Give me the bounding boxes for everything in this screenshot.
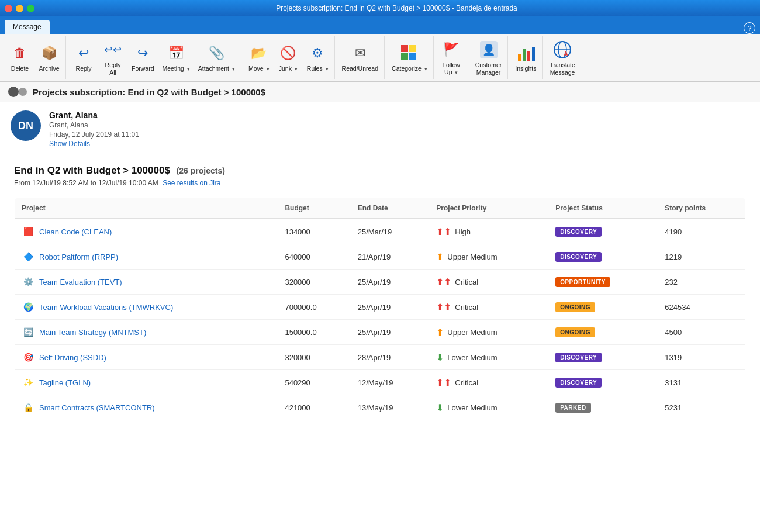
jira-link[interactable]: See results on Jira [163, 179, 220, 187]
cell-priority-1: ⬆ Upper Medium [429, 244, 548, 270]
reply-all-label: ReplyAll [105, 61, 121, 76]
ribbon-group-translate: A TranslateMessage [544, 36, 581, 79]
cell-status-2: OPPORTUNITY [548, 270, 658, 295]
project-name-2[interactable]: ⚙️ Team Evaluation (TEVT) [22, 275, 271, 288]
tabbar: Message ? [0, 16, 760, 34]
table-row: 🔄 Main Team Strategy (MNTMST) 150000.0 2… [15, 320, 746, 345]
cell-story-points-2: 232 [658, 270, 745, 295]
cell-story-points-1: 1219 [658, 244, 745, 270]
reply-button[interactable]: ↩ Reply [70, 40, 98, 75]
categorize-button[interactable]: Categorize ▾ [388, 40, 431, 75]
cell-status-0: DISCOVERY [548, 219, 658, 244]
cell-priority-7: ⬇ Lower Medium [429, 395, 548, 420]
ribbon-group-categorize: Categorize ▾ [386, 36, 434, 79]
cell-status-3: ONGOING [548, 295, 658, 320]
cell-project-5: 🎯 Self Driving (SSDD) [15, 345, 278, 370]
subject-icon [8, 87, 27, 97]
project-name-5[interactable]: 🎯 Self Driving (SSDD) [22, 351, 271, 364]
email-subheading: From 12/Jul/19 8:52 AM to 12/Jul/19 10:0… [14, 179, 746, 187]
move-icon: 📂 [248, 43, 270, 64]
project-count: (26 projects) [177, 166, 225, 175]
project-name-3[interactable]: 🌍 Team Workload Vacations (TMWRKVC) [22, 300, 271, 313]
cell-story-points-0: 4190 [658, 219, 745, 244]
project-name-6[interactable]: ✨ Tagline (TGLN) [22, 376, 271, 389]
svg-rect-8 [527, 51, 530, 61]
cell-priority-4: ⬆ Upper Medium [429, 320, 548, 345]
svg-rect-9 [532, 47, 535, 61]
follow-up-label: FollowUp ▾ [443, 61, 460, 76]
cell-budget-2: 320000 [278, 270, 350, 295]
archive-label: Archive [39, 65, 59, 72]
delete-button[interactable]: 🗑 Delete [6, 40, 34, 75]
insights-button[interactable]: Insights [512, 40, 540, 75]
col-status: Project Status [548, 198, 658, 219]
email-subject-bar: Projects subscription: End in Q2 with Bu… [0, 82, 760, 102]
archive-button[interactable]: 📦 Archive [35, 40, 63, 75]
read-unread-button[interactable]: ✉ Read/Unread [338, 40, 382, 75]
project-name-0[interactable]: 🟥 Clean Code (CLEAN) [22, 225, 271, 238]
col-project: Project [15, 198, 278, 219]
ribbon-group-respond: ↩ Reply ↩↩ ReplyAll ↪ Forward 📅 Meeting … [67, 36, 241, 79]
cell-status-4: ONGOING [548, 320, 658, 345]
junk-button[interactable]: 🚫 Junk ▾ [274, 40, 302, 75]
table-row: 🟥 Clean Code (CLEAN) 134000 25/Mar/19 ⬆⬆… [15, 219, 746, 244]
svg-text:👤: 👤 [482, 43, 496, 56]
maximize-button[interactable] [27, 5, 34, 12]
cell-budget-7: 421000 [278, 395, 350, 420]
project-name-1[interactable]: 🔷 Robot Paltform (RRPP) [22, 250, 271, 263]
attachment-button[interactable]: 📎 Attachment ▾ [195, 40, 239, 75]
close-button[interactable] [5, 5, 12, 12]
tab-message[interactable]: Message [5, 20, 50, 34]
sender-name: Grant, Alana [49, 110, 139, 120]
priority-label-6: Critical [455, 378, 478, 387]
reply-all-icon: ↩↩ [102, 39, 123, 60]
forward-label: Forward [132, 65, 154, 72]
status-badge-5: DISCOVERY [555, 353, 602, 362]
translate-message-button[interactable]: A TranslateMessage [546, 37, 578, 78]
project-icon-3: 🌍 [22, 300, 34, 313]
cell-priority-6: ⬆⬆ Critical [429, 370, 548, 395]
reply-all-button[interactable]: ↩↩ ReplyAll [99, 37, 127, 78]
svg-rect-3 [409, 53, 416, 60]
cell-project-3: 🌍 Team Workload Vacations (TMWRKVC) [15, 295, 278, 320]
forward-button[interactable]: ↪ Forward [128, 40, 158, 75]
project-icon-1: 🔷 [22, 250, 34, 263]
translate-message-label: TranslateMessage [550, 61, 575, 76]
help-button[interactable]: ? [744, 22, 755, 34]
cell-budget-0: 134000 [278, 219, 350, 244]
table-body: 🟥 Clean Code (CLEAN) 134000 25/Mar/19 ⬆⬆… [15, 219, 746, 420]
reply-icon: ↩ [73, 43, 94, 64]
follow-icon: 🚩 [441, 39, 462, 60]
cell-end-date-5: 28/Apr/19 [351, 345, 430, 370]
minimize-button[interactable] [16, 5, 23, 12]
cell-status-5: DISCOVERY [548, 345, 658, 370]
table-row: ⚙️ Team Evaluation (TEVT) 320000 25/Apr/… [15, 270, 746, 295]
move-label: Move ▾ [248, 65, 270, 72]
sender-email: Grant, Alana [49, 121, 139, 129]
priority-label-0: High [455, 227, 471, 236]
reply-label: Reply [76, 65, 92, 72]
cell-project-2: ⚙️ Team Evaluation (TEVT) [15, 270, 278, 295]
project-name-7[interactable]: 🔒 Smart Contracts (SMARTCONTR) [22, 401, 271, 414]
delete-icon: 🗑 [9, 43, 30, 64]
meeting-button[interactable]: 📅 Meeting ▾ [159, 40, 194, 75]
priority-label-7: Lower Medium [447, 403, 497, 412]
follow-up-button[interactable]: 🚩 FollowUp ▾ [437, 37, 465, 78]
svg-rect-6 [518, 54, 521, 61]
col-story-points: Story points [658, 198, 745, 219]
show-details-link[interactable]: Show Details [49, 140, 139, 148]
move-button[interactable]: 📂 Move ▾ [245, 40, 273, 75]
project-name-4[interactable]: 🔄 Main Team Strategy (MNTMST) [22, 326, 271, 338]
rules-icon: ⚙ [307, 43, 328, 64]
status-badge-2: OPPORTUNITY [555, 277, 610, 287]
attachment-label: Attachment ▾ [198, 65, 235, 72]
content-area: Projects subscription: End in Q2 with Bu… [0, 82, 760, 532]
priority-label-4: Upper Medium [447, 328, 497, 337]
ribbon-group-read: ✉ Read/Unread [336, 36, 385, 79]
svg-rect-0 [401, 45, 408, 52]
status-badge-0: DISCOVERY [555, 227, 602, 237]
email-heading-text: End in Q2 with Budget > 100000$ [14, 165, 170, 176]
customer-manager-button[interactable]: 👤 CustomerManager [472, 37, 506, 78]
insights-icon [515, 43, 536, 64]
rules-button[interactable]: ⚙ Rules ▾ [303, 40, 332, 75]
